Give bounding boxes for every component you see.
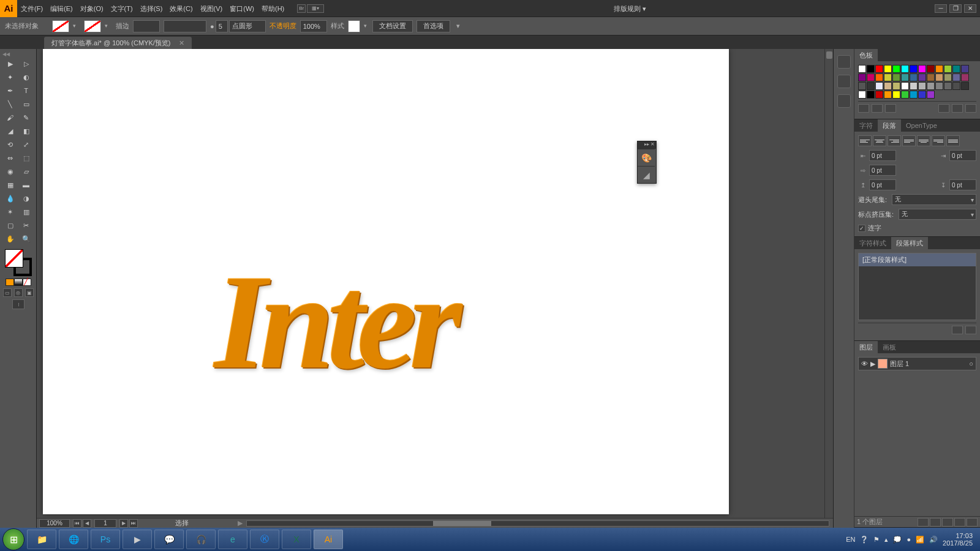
free-transform-tool[interactable]: ⬚: [18, 151, 34, 165]
tray-net-icon[interactable]: 📶: [916, 536, 924, 544]
pencil-tool[interactable]: ✎: [18, 111, 34, 124]
screen-mode-full[interactable]: ◎: [14, 288, 23, 297]
swatch[interactable]: [935, 82, 943, 90]
appearance-panel-icon[interactable]: [837, 94, 851, 108]
justify-right-button[interactable]: [932, 135, 945, 146]
stroke-swatch[interactable]: [84, 20, 101, 32]
align-right-button[interactable]: [888, 135, 901, 146]
menu-type[interactable]: 文字(T): [107, 0, 137, 17]
swatch[interactable]: [884, 82, 892, 90]
screen-mode-normal[interactable]: ▭: [3, 288, 12, 297]
document-setup-button[interactable]: 文档设置: [372, 20, 413, 32]
direct-selection-tool[interactable]: ▷: [18, 57, 34, 70]
next-page-button[interactable]: ▶: [119, 519, 128, 528]
vertical-scrollbar[interactable]: [824, 49, 833, 518]
fill-box[interactable]: [5, 249, 23, 268]
stroke-profile-input[interactable]: [229, 20, 266, 32]
paragraph-tab[interactable]: 段落: [878, 119, 901, 132]
blob-brush-tool[interactable]: ◢: [2, 124, 18, 138]
swatch[interactable]: [961, 65, 969, 73]
task-illustrator[interactable]: Ai: [314, 530, 343, 549]
first-line-input[interactable]: [869, 165, 896, 176]
visibility-icon[interactable]: 👁: [861, 360, 868, 367]
rotate-tool[interactable]: ⟲: [2, 138, 18, 151]
swatch[interactable]: [858, 82, 866, 90]
zoom-tool[interactable]: 🔍: [18, 232, 34, 246]
swatch[interactable]: [875, 82, 883, 90]
menu-effect[interactable]: 效果(C): [166, 0, 196, 17]
start-button[interactable]: ⊞: [2, 528, 24, 550]
canvas-area[interactable]: Inter ▸▸ ✕ 🎨 ◢: [37, 49, 833, 528]
swatch[interactable]: [858, 91, 866, 99]
swatch-options-icon[interactable]: [885, 104, 896, 113]
delete-swatch-icon[interactable]: [965, 104, 976, 113]
close-tab-icon[interactable]: ✕: [179, 39, 184, 47]
menu-object[interactable]: 对象(O): [77, 0, 107, 17]
delete-layer-icon[interactable]: [967, 518, 978, 527]
task-browser[interactable]: 🌐: [59, 530, 88, 549]
task-kugou[interactable]: Ⓚ: [250, 530, 279, 549]
swatch[interactable]: [867, 73, 875, 81]
space-before-input[interactable]: [869, 179, 896, 190]
para-styles-tab[interactable]: 段落样式: [891, 237, 928, 249]
shape-builder-tool[interactable]: ◉: [2, 165, 18, 178]
graph-tool[interactable]: ▥: [18, 205, 34, 219]
width-tool[interactable]: ⇔: [2, 151, 18, 165]
tray-up-icon[interactable]: ▴: [884, 536, 888, 544]
swatch[interactable]: [927, 91, 935, 99]
swatch[interactable]: [961, 82, 969, 90]
tray-flag-icon[interactable]: ⚑: [873, 536, 880, 544]
blend-tool[interactable]: ◑: [18, 192, 34, 205]
opentype-tab[interactable]: OpenType: [901, 119, 942, 132]
collapse-icon[interactable]: ◀◀: [0, 51, 10, 57]
menu-edit[interactable]: 编辑(E): [47, 0, 77, 17]
target-icon[interactable]: ○: [969, 360, 973, 367]
indent-left-input[interactable]: [869, 150, 896, 161]
indent-right-input[interactable]: [949, 150, 976, 161]
screen-mode-pres[interactable]: ▣: [25, 288, 34, 297]
swatch[interactable]: [918, 73, 926, 81]
swatch[interactable]: [927, 73, 935, 81]
h-scroll-thumb[interactable]: [433, 521, 491, 526]
ligature-checkbox[interactable]: ✓: [858, 225, 865, 232]
stroke-weight-input[interactable]: [133, 20, 160, 32]
task-photoshop[interactable]: Ps: [91, 530, 120, 549]
swatch[interactable]: [927, 82, 935, 90]
magic-wand-tool[interactable]: ✦: [2, 70, 18, 84]
graphic-style-swatch[interactable]: [348, 20, 360, 32]
floating-panel[interactable]: ▸▸ ✕ 🎨 ◢: [637, 141, 657, 184]
menu-window[interactable]: 窗口(W): [226, 0, 258, 17]
task-ie[interactable]: e: [218, 530, 247, 549]
swatches-tab[interactable]: 色板: [854, 49, 878, 61]
brush-def-input[interactable]: [164, 20, 206, 32]
character-panel-icon[interactable]: [837, 55, 851, 69]
tray-chat-icon[interactable]: 💭: [893, 536, 902, 544]
align-center-button[interactable]: [873, 135, 886, 146]
gradient-tool[interactable]: ▬: [18, 178, 34, 192]
slice-tool[interactable]: ✂: [18, 219, 34, 232]
swatch[interactable]: [910, 91, 918, 99]
swatch[interactable]: [901, 82, 909, 90]
swatch[interactable]: [901, 73, 909, 81]
more-icon[interactable]: ▾: [456, 22, 460, 30]
menu-file[interactable]: 文件(F): [17, 0, 47, 17]
swatch[interactable]: [901, 91, 909, 99]
swatch-kind-icon[interactable]: [872, 104, 883, 113]
swatch[interactable]: [884, 73, 892, 81]
arrange-docs-button[interactable]: ▦▾: [307, 4, 324, 13]
fill-swatch[interactable]: [52, 20, 69, 32]
expand-icon[interactable]: ▶: [870, 360, 875, 368]
scroll-thumb[interactable]: [826, 51, 832, 59]
swatch[interactable]: [875, 65, 883, 73]
stroke-pt-input[interactable]: [216, 20, 228, 32]
swatch[interactable]: [892, 65, 900, 73]
swatch[interactable]: [961, 73, 969, 81]
status-arrow-icon[interactable]: ▶: [238, 519, 243, 527]
menu-select[interactable]: 选择(S): [137, 0, 167, 17]
lasso-tool[interactable]: ◐: [18, 70, 34, 84]
document-tab[interactable]: 灯管字体临摹.ai* @ 100% (CMYK/预览) ✕: [44, 37, 192, 49]
symbol-sprayer-tool[interactable]: ✶: [2, 205, 18, 219]
color-guide-panel-icon[interactable]: [837, 75, 851, 88]
swatch[interactable]: [884, 65, 892, 73]
swatch[interactable]: [910, 65, 918, 73]
